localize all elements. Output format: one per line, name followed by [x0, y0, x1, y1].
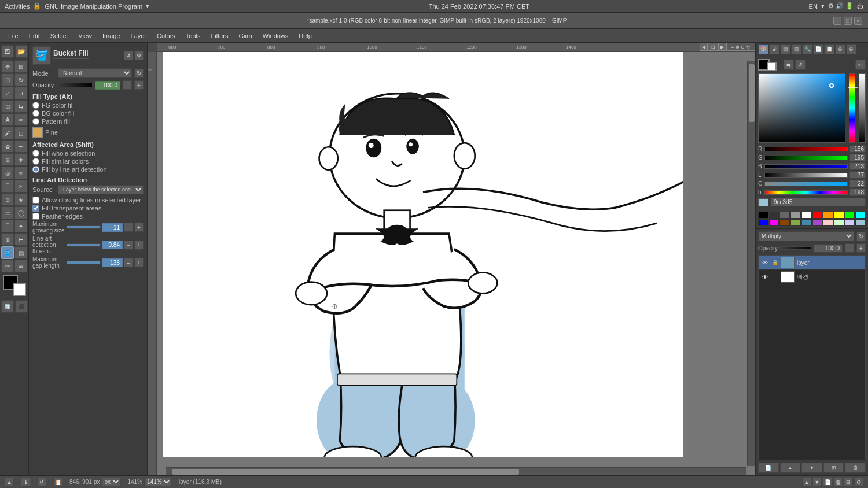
status-expand-btn[interactable]: ▲	[5, 478, 14, 487]
rp-tool-btn[interactable]: 🔧	[802, 44, 812, 54]
fill-transparent-cb[interactable]	[32, 205, 39, 212]
swatch-black[interactable]	[758, 212, 768, 219]
new-image-button[interactable]: 🖼	[1, 45, 14, 58]
zoom-select[interactable]: 141%	[144, 478, 172, 486]
tool-color-select[interactable]: ◈	[14, 193, 27, 206]
options-config-button[interactable]: ⚙	[134, 51, 144, 60]
menu-windows[interactable]: Windows	[258, 31, 293, 40]
layer-mode-cycle[interactable]: ↻	[856, 232, 866, 241]
swap-colors-btn[interactable]: ⇆	[784, 60, 794, 70]
open-image-button[interactable]: 📂	[15, 45, 28, 58]
layer-delete-btn[interactable]: 🗑	[845, 463, 866, 473]
nav-overview[interactable]: ⊞	[708, 43, 718, 51]
canvas-content[interactable]	[163, 52, 683, 457]
tool-measure[interactable]: ⊢	[14, 233, 27, 246]
tool-move[interactable]: ✥	[1, 60, 14, 73]
feather-edges-cb[interactable]	[32, 213, 39, 220]
tool-crop[interactable]: ⊡	[1, 73, 14, 86]
opacity-value[interactable]: 100.0	[95, 81, 120, 90]
swatch-current[interactable]	[855, 219, 866, 226]
color-gradient-picker[interactable]	[758, 73, 845, 143]
layer-eye-2[interactable]: 👁	[761, 273, 769, 281]
reset-colors-btn[interactable]: ↺	[795, 60, 806, 70]
tool-rotate[interactable]: ↻	[14, 73, 27, 86]
tool-ink[interactable]: ✒	[14, 140, 27, 153]
background-color-swatch[interactable]	[13, 283, 26, 296]
layer-item-2[interactable]: 👁 배경	[759, 270, 865, 284]
swatch-cyan[interactable]	[855, 212, 866, 219]
menu-select[interactable]: Select	[46, 31, 73, 40]
status-view-btn[interactable]: ⊞	[844, 478, 853, 487]
mode-select[interactable]: Normal	[58, 68, 132, 78]
max-gap-minus[interactable]: –	[124, 258, 133, 267]
opacity-minus[interactable]: –	[123, 80, 132, 90]
rp-zoom-in-btn[interactable]: ⊕	[835, 44, 845, 54]
layer-opacity-value[interactable]: 100.0	[814, 244, 843, 253]
tool-free-select[interactable]: ⌒	[1, 220, 14, 232]
rp-docs-btn[interactable]: 📄	[813, 44, 823, 54]
activities-label[interactable]: Activities	[5, 3, 30, 10]
source-select[interactable]: Layer below the selected one	[58, 185, 144, 194]
hscroll-thumb[interactable]	[172, 469, 519, 475]
c-slider[interactable]	[764, 182, 848, 186]
rp-zoom-out-btn[interactable]: ⊖	[846, 44, 856, 54]
rp-color-btn[interactable]: 🎨	[758, 44, 768, 54]
tool-extra2[interactable]: ⬛	[15, 300, 28, 313]
power-icon[interactable]: ⏻	[857, 3, 863, 10]
line-art-thresh-value[interactable]: 0.84	[102, 241, 123, 249]
tool-perspective[interactable]: ⊡	[1, 100, 14, 113]
status-config-btn[interactable]: ⚙	[854, 478, 863, 487]
tool-blend[interactable]: ▤	[14, 246, 27, 259]
menu-edit[interactable]: Edit	[24, 31, 45, 40]
close-button[interactable]: ×	[854, 17, 862, 25]
max-growing-plus[interactable]: +	[134, 223, 144, 232]
tool-align[interactable]: ⊞	[14, 60, 27, 73]
swatch-lightgray[interactable]	[790, 212, 801, 219]
dropdown-arrow[interactable]: ▾	[146, 2, 149, 10]
locale-arrow[interactable]: ▾	[821, 2, 825, 10]
line-art-thresh-minus[interactable]: –	[124, 241, 133, 250]
opacity-slider[interactable]	[58, 83, 93, 87]
swatch-olive[interactable]	[790, 219, 801, 226]
options-reset-button[interactable]: ↺	[124, 51, 133, 60]
max-growing-value[interactable]: 11	[102, 223, 123, 232]
mode-cycle-btn[interactable]: ↻	[134, 69, 144, 78]
max-gap-plus[interactable]: +	[134, 258, 144, 267]
status-layer-new[interactable]: 📄	[823, 478, 832, 487]
g-slider[interactable]	[764, 156, 848, 160]
bg-color-display[interactable]	[767, 62, 777, 71]
menu-view[interactable]: View	[73, 31, 97, 40]
tool-path[interactable]: ⌒	[1, 180, 14, 193]
tool-pencil2[interactable]: ✏	[1, 260, 14, 272]
swatch-purple[interactable]	[812, 219, 823, 226]
swatch-blue[interactable]	[758, 219, 768, 226]
swatch-gray[interactable]	[779, 212, 790, 219]
tool-foreground-select[interactable]: ✦	[14, 220, 27, 232]
canvas-wrapper[interactable]	[157, 52, 755, 475]
horizontal-scrollbar[interactable]	[166, 467, 746, 475]
vscroll-thumb[interactable]	[749, 64, 755, 122]
layer-lower-btn[interactable]: ▼	[801, 463, 822, 473]
tool-clone[interactable]: ⊕	[1, 153, 14, 166]
allow-closing-cb[interactable]	[32, 197, 39, 204]
menu-colors[interactable]: Colors	[152, 31, 180, 40]
swatch-darkgray[interactable]	[769, 212, 779, 219]
layer-opacity-slider[interactable]	[780, 246, 811, 250]
maximize-button[interactable]: □	[844, 17, 852, 25]
menu-giirn[interactable]: Giirn	[234, 31, 256, 40]
tool-fuzzy-select[interactable]: ⊙	[1, 193, 14, 206]
layer-lock-1[interactable]: 🔒	[771, 259, 778, 266]
tool-bucket-fill[interactable]: 🪣	[1, 246, 14, 259]
fill-line-art-radio[interactable]	[32, 166, 39, 173]
line-art-thresh-slider[interactable]	[67, 243, 101, 247]
swatch-pink[interactable]	[823, 219, 833, 226]
c-value[interactable]	[849, 180, 866, 187]
vertical-scrollbar[interactable]	[747, 61, 755, 466]
tool-color-picker[interactable]: ⊗	[1, 233, 14, 246]
status-layer-del[interactable]: 🗑	[833, 478, 843, 487]
menu-image[interactable]: Image	[98, 31, 125, 40]
menu-filters[interactable]: Filters	[207, 31, 233, 40]
swatch-red[interactable]	[812, 212, 823, 219]
layer-opacity-minus[interactable]: –	[845, 243, 854, 253]
layer-new-btn[interactable]: 📄	[758, 463, 779, 473]
